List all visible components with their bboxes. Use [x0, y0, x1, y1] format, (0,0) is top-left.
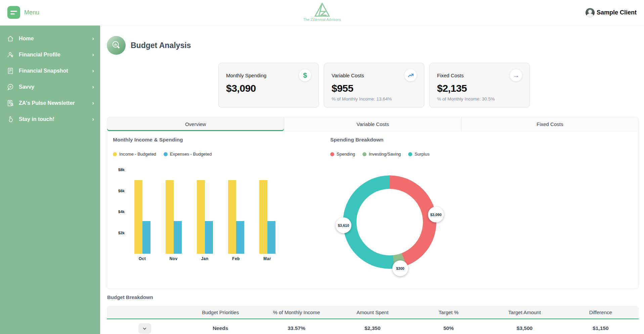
chevron-right-icon: ›: [92, 84, 94, 90]
fixed-costs-card: Fixed Costs → $2,135 % of Monthly Income…: [429, 63, 530, 108]
bar-group: Jan: [189, 170, 220, 254]
col-budget-priorities: Budget Priorities: [182, 309, 258, 315]
expenses-bar: [174, 221, 182, 254]
bar-category-label: Oct: [127, 256, 158, 261]
y-tick: $8k: [118, 168, 125, 172]
cell-difference: $1,150: [563, 325, 639, 331]
sidebar-item-home[interactable]: Home ›: [0, 31, 100, 47]
variable-costs-card: Variable Costs $955 % of Monthly Income:…: [324, 63, 424, 108]
user-name: Sample Client: [597, 9, 637, 16]
expenses-legend-dot: [164, 152, 168, 156]
bar-group: Feb: [220, 170, 252, 254]
budget-breakdown-table: Budget Priorities % of Monthly Income Am…: [107, 306, 639, 334]
expand-row-button[interactable]: [138, 323, 151, 334]
bar-chart-title: Monthly Income & Spending: [113, 137, 183, 143]
sidebar-item-financial-snapshot[interactable]: Financial Snapshot ›: [0, 63, 100, 79]
sidebar-item-newsletter[interactable]: ZA's Pulse Newsletter ›: [0, 95, 100, 111]
tab-variable-costs[interactable]: Variable Costs: [284, 117, 461, 131]
user-menu[interactable]: Sample Client: [586, 0, 637, 25]
income-bar: [228, 180, 236, 254]
income-bar: [134, 180, 142, 254]
col-target-pct: Target %: [411, 309, 486, 315]
y-tick: $4k: [118, 210, 125, 214]
tab-overview[interactable]: Overview: [107, 117, 284, 131]
sidebar-item-stay-in-touch[interactable]: Stay in touch! ›: [0, 111, 100, 127]
cell-priority: Needs: [182, 325, 258, 331]
col-difference: Difference: [563, 309, 639, 315]
bar-chart: $8k$6k$4k$2k OctNovJanFebMar: [127, 170, 283, 254]
tab-bar: Overview Variable Costs Fixed Costs: [107, 117, 639, 131]
bar-chart-legend: Income - Budgeted Expenses - Budgeted: [113, 152, 212, 157]
investing-legend-dot: [362, 152, 367, 156]
donut-chart: [343, 175, 436, 269]
expenses-bar: [142, 221, 151, 254]
col-target-amount: Target Amount: [486, 309, 562, 315]
triangle-az-logo-icon: [314, 3, 330, 17]
sidebar: Home › Financial Profile › Financial Sna…: [0, 25, 100, 334]
donut-label-surplus: $3,610: [336, 217, 351, 233]
chevron-right-icon: ›: [92, 100, 94, 107]
bar-chart-y-axis: $8k$6k$4k$2k: [113, 166, 125, 254]
surplus-legend-dot: [408, 152, 412, 156]
table-row: Needs 33.57% $2,350 50% $3,500 $1,150: [107, 319, 639, 334]
overview-tab-content: Monthly Income & Spending Income - Budge…: [107, 131, 639, 289]
bar-category-label: Jan: [189, 256, 220, 261]
bar-group: Oct: [127, 170, 158, 254]
arrow-right-icon: →: [510, 69, 522, 81]
budget-analysis-icon: [107, 36, 126, 55]
cell-pct-income: 33.57%: [258, 325, 334, 331]
income-bar: [259, 180, 267, 254]
monthly-spending-value: $3,090: [226, 83, 311, 94]
table-header-row: Budget Priorities % of Monthly Income Am…: [107, 306, 639, 319]
bar-category-label: Mar: [252, 256, 283, 261]
top-header: Menu The Zillennial Advisors Sample Clie…: [0, 0, 644, 25]
income-bar: [197, 180, 205, 254]
donut-chart-legend: Spending Investing/Saving Surplus: [330, 152, 429, 157]
chevron-right-icon: ›: [92, 68, 94, 74]
page-title: Budget Analysis: [131, 41, 191, 50]
expenses-bar: [236, 221, 244, 254]
trending-up-icon: [404, 69, 417, 81]
avatar: [586, 8, 595, 17]
bar-category-label: Feb: [220, 256, 252, 261]
chat-bubble-icon: [6, 83, 15, 91]
income-legend-dot: [113, 152, 117, 156]
col-pct-monthly-income: % of Monthly Income: [258, 309, 334, 315]
chevron-right-icon: ›: [92, 116, 94, 123]
monthly-spending-card: Monthly Spending $ $3,090: [218, 63, 319, 108]
newsletter-icon: [6, 99, 15, 108]
cell-amount-spent: $2,350: [335, 325, 411, 331]
income-bar: [166, 180, 174, 254]
tab-fixed-costs[interactable]: Fixed Costs: [462, 117, 638, 131]
stat-cards: Monthly Spending $ $3,090 Variable Costs…: [218, 63, 530, 108]
document-calculator-icon: [6, 67, 15, 75]
analysis-panel: Overview Variable Costs Fixed Costs Mont…: [107, 117, 639, 289]
brand-name: The Zillennial Advisors: [303, 17, 341, 22]
bar-category-label: Nov: [158, 256, 189, 261]
bar-group: Mar: [252, 170, 283, 254]
sidebar-item-financial-profile[interactable]: Financial Profile ›: [0, 47, 100, 63]
chevron-down-icon: [142, 326, 147, 331]
y-tick: $2k: [118, 231, 125, 235]
col-amount-spent: Amount Spent: [335, 309, 411, 315]
person-icon: [6, 50, 15, 59]
pointing-hand-icon: [6, 115, 15, 124]
variable-costs-value: $955: [332, 83, 417, 94]
bar-group: Nov: [158, 170, 189, 254]
chevron-right-icon: ›: [92, 51, 94, 58]
expenses-bar: [205, 221, 213, 254]
variable-costs-subtitle: % of Monthly Income: 13.64%: [332, 96, 417, 101]
cell-target-amount: $3,500: [486, 325, 562, 331]
home-icon: [6, 34, 15, 43]
spending-legend-dot: [330, 152, 334, 156]
donut-chart-title: Spending Breakdown: [330, 137, 383, 143]
cell-target-pct: 50%: [411, 325, 486, 331]
dollar-icon: $: [299, 69, 311, 81]
expenses-bar: [267, 221, 275, 254]
fixed-costs-subtitle: % of Monthly Income: 30.5%: [437, 96, 522, 101]
sidebar-item-savvy[interactable]: Savvy ›: [0, 79, 100, 95]
donut-label-investing: $300: [392, 260, 408, 276]
bar-groups: OctNovJanFebMar: [127, 170, 283, 254]
donut-label-spending: $3,090: [428, 207, 444, 222]
brand-logo: The Zillennial Advisors: [0, 3, 644, 22]
